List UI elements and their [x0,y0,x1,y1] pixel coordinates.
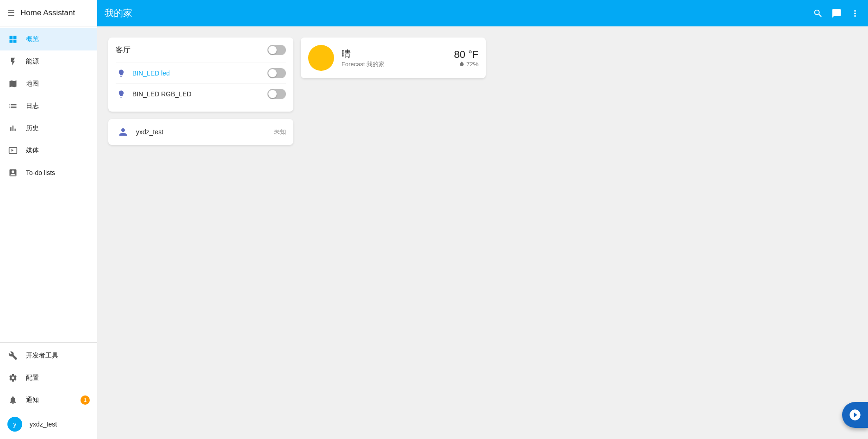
living-room-card: 客厅 BIN_LED led [108,38,293,112]
device-name-1[interactable]: BIN_LED led [132,69,262,77]
sidebar-item-developer[interactable]: 开发者工具 [0,345,97,367]
media-icon [7,145,19,156]
todo-icon [7,167,19,178]
sidebar-item-history[interactable]: 历史 [0,117,97,139]
flash-icon [7,56,19,67]
sidebar-item-settings[interactable]: 配置 [0,367,97,389]
person-status: 未知 [274,128,286,136]
sidebar-item-todo[interactable]: To-do lists [0,162,97,184]
sidebar-user[interactable]: y yxdz_test [0,411,97,437]
developer-icon [7,350,19,361]
sidebar-notifications[interactable]: 通知 1 [0,389,97,411]
search-icon[interactable] [812,8,824,19]
menu-icon[interactable]: ☰ [7,8,15,18]
user-avatar: y [7,417,22,432]
light-icon-1 [116,68,127,79]
sidebar-item-label-todo: To-do lists [26,169,55,176]
person-name: yxdz_test [136,128,268,136]
gear-icon [7,372,19,383]
sidebar-item-label-overview: 概览 [26,35,39,44]
sidebar-item-map[interactable]: 地图 [0,73,97,95]
more-vert-icon[interactable] [849,8,861,19]
person-card: yxdz_test 未知 [108,119,293,145]
weather-location: Forecast 我的家 [341,60,446,69]
sidebar-item-label-map: 地图 [26,80,39,88]
page-title: 我的家 [105,7,812,19]
weather-card: 晴 Forecast 我的家 80 °F 72% [301,38,486,78]
notifications-label: 通知 [26,396,39,404]
sidebar-item-label-settings: 配置 [26,374,39,382]
sidebar-item-media[interactable]: 媒体 [0,139,97,162]
chat-icon[interactable] [831,8,842,19]
notification-badge: 1 [81,395,90,405]
weather-sun-icon [308,45,334,71]
map-icon [7,78,19,89]
sidebar-item-label-developer: 开发者工具 [26,351,58,360]
sidebar-item-label-logbook: 日志 [26,102,39,110]
weather-humidity-value: 72% [466,61,478,68]
device-row-1: BIN_LED led [116,63,286,83]
sidebar-item-logbook[interactable]: 日志 [0,95,97,117]
weather-temperature: 80 °F [454,49,478,61]
light-icon-2 [116,88,127,100]
device-name-2: BIN_LED RGB_LED [132,90,262,98]
list-icon [7,100,19,112]
sidebar-item-label-media: 媒体 [26,146,39,155]
sidebar-item-energy[interactable]: 能源 [0,50,97,73]
app-title: Home Assistant [20,8,75,18]
floating-assistant-button[interactable] [842,402,868,428]
weather-condition: 晴 [341,48,446,60]
living-room-toggle[interactable] [267,45,286,55]
bar-chart-icon [7,123,19,134]
sidebar-item-label-history: 历史 [26,124,39,132]
user-name: yxdz_test [30,420,57,428]
person-icon [116,125,130,139]
bell-icon [7,395,19,406]
sidebar-item-label-energy: 能源 [26,57,39,66]
grid-icon [7,34,19,45]
device-row-2: BIN_LED RGB_LED [116,83,286,104]
device-toggle-2[interactable] [267,89,286,99]
device-toggle-1[interactable] [267,68,286,78]
living-room-title: 客厅 [116,45,130,55]
humidity-icon [459,61,465,67]
sidebar-item-overview[interactable]: 概览 [0,28,97,50]
